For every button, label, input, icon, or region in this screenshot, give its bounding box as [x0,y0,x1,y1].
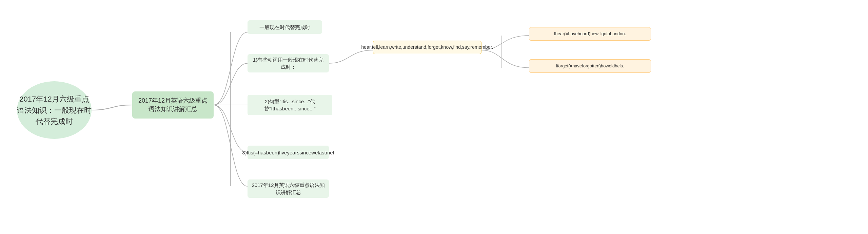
level4-node-1: Ihear(=haveheard)hewillgotoLondon. [529,27,651,41]
level1-node: 2017年12月英语六级重点语法知识讲解汇总 [132,91,214,119]
level2-node-4: 3)Itis(=hasbeen)fiveyearssincewelastmet [248,146,329,159]
mindmap-container: 2017年12月六级重点语法知识：一般现在时代替完成时 2017年12月英语六级… [0,0,868,234]
level2-node-3: 2)句型"Itis...since..."代替"Ithasbeen...sinc… [248,95,332,115]
level4-label-2: Iforget(=haveforgotten)howoldheis. [556,63,624,69]
level2-label-2: 1)有些动词用一般现在时代替完成时： [251,56,326,70]
level2-node-5: 2017年12月英语六级重点语法知识讲解汇总 [248,179,329,198]
level1-label: 2017年12月英语六级重点语法知识讲解汇总 [136,97,210,113]
level2-label-1: 一般现在时代替完成时 [259,24,310,31]
connections-svg [0,0,868,234]
level3-node-1: hear,tell,learn,write,understand,forget,… [373,41,481,54]
level2-label-3: 2)句型"Itis...since..."代替"Ithasbeen...sinc… [251,98,329,112]
level2-node-1: 一般现在时代替完成时 [248,20,322,34]
level4-node-2: Iforget(=haveforgotten)howoldheis. [529,59,651,73]
level3-label-1: hear,tell,learn,write,understand,forget,… [361,44,493,51]
root-node: 2017年12月六级重点语法知识：一般现在时代替完成时 [17,81,92,139]
level2-label-5: 2017年12月英语六级重点语法知识讲解汇总 [251,182,326,196]
root-label: 2017年12月六级重点语法知识：一般现在时代替完成时 [17,93,92,127]
level2-node-2: 1)有些动词用一般现在时代替完成时： [248,54,329,72]
level2-label-4: 3)Itis(=hasbeen)fiveyearssincewelastmet [242,149,334,156]
level4-label-1: Ihear(=haveheard)hewillgotoLondon. [554,31,626,37]
